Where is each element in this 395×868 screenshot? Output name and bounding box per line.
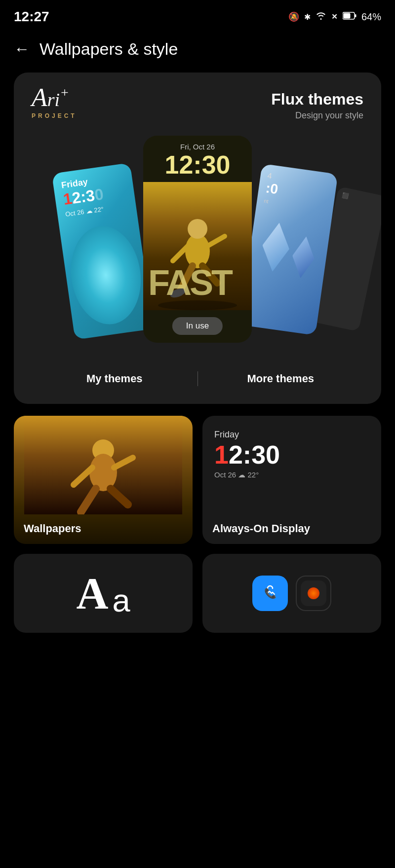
theme-carousel: Friday 12:30 Oct 26 ☁ 22° Fri, Oct 26 12… bbox=[14, 121, 381, 358]
close-icon: ✕ bbox=[331, 12, 338, 21]
status-time: 12:27 bbox=[14, 9, 49, 25]
wallpapers-runner-svg bbox=[14, 416, 193, 514]
back-button[interactable]: ← bbox=[14, 40, 30, 58]
more-themes-tab[interactable]: More themes bbox=[198, 367, 364, 390]
camera-app-icon bbox=[296, 576, 331, 611]
phone-app-icon: 📞 bbox=[252, 576, 288, 611]
art-logo: Ari+ PROJECT bbox=[32, 86, 77, 119]
aod-day: Friday bbox=[214, 430, 369, 440]
flux-themes-card: Ari+ PROJECT Flux themes Design your sty… bbox=[14, 72, 381, 404]
page-title: Wallpapers & style bbox=[40, 39, 178, 59]
flux-title-area: Flux themes Design your style bbox=[271, 86, 363, 121]
page-header: ← Wallpapers & style bbox=[0, 30, 395, 72]
art-script-text: Ari+ bbox=[32, 86, 69, 109]
center-card-date: Fri, Oct 26 bbox=[148, 143, 247, 151]
bottom-grid: Wallpapers Friday 12:30 Oct 26 ☁ 22° Alw… bbox=[0, 404, 395, 544]
wallpapers-label: Wallpapers bbox=[24, 522, 81, 535]
theme-card-left[interactable]: Friday 12:30 Oct 26 ☁ 22° bbox=[52, 163, 154, 340]
in-use-badge: In use bbox=[172, 317, 223, 335]
center-card-image: FAST bbox=[143, 182, 252, 310]
font-card[interactable]: A a bbox=[14, 554, 193, 633]
flux-card-top: Ari+ PROJECT Flux themes Design your sty… bbox=[14, 72, 381, 121]
wallpapers-preview bbox=[14, 416, 193, 514]
bottom-row-partial: A a 📞 bbox=[0, 544, 395, 633]
bluetooth-icon: ✱ bbox=[304, 12, 311, 22]
project-label: PROJECT bbox=[32, 112, 77, 119]
aod-time-rest: 2:30 bbox=[229, 440, 280, 469]
my-themes-tab[interactable]: My themes bbox=[32, 367, 198, 390]
right-card-content: 4 :0 nt bbox=[256, 164, 338, 220]
svg-text:📞: 📞 bbox=[264, 587, 276, 599]
font-preview: A a bbox=[66, 568, 140, 619]
svg-point-5 bbox=[188, 219, 207, 239]
aod-label: Always-On Display bbox=[212, 522, 310, 535]
mute-icon: 🔕 bbox=[288, 11, 299, 22]
aod-digit-red: 1 bbox=[214, 440, 229, 469]
aod-time: 12:30 bbox=[214, 442, 369, 468]
aod-date-weather: Oct 26 ☁ 22° bbox=[214, 470, 369, 479]
wifi-icon bbox=[316, 12, 326, 22]
aod-card[interactable]: Friday 12:30 Oct 26 ☁ 22° Always-On Disp… bbox=[202, 416, 381, 544]
apps-card[interactable]: 📞 bbox=[202, 554, 381, 633]
svg-rect-2 bbox=[343, 13, 350, 18]
center-card-time: 12:30 bbox=[148, 151, 247, 179]
camera-lens bbox=[308, 587, 319, 599]
wallpapers-card[interactable]: Wallpapers bbox=[14, 416, 193, 544]
diamond-shapes bbox=[247, 219, 330, 282]
battery-icon bbox=[343, 12, 356, 22]
flux-subtitle: Design your style bbox=[271, 110, 363, 121]
flux-tabs: My themes More themes bbox=[14, 358, 381, 404]
blue-blob-decoration bbox=[65, 221, 147, 329]
svg-line-9 bbox=[207, 236, 225, 246]
status-icons: 🔕 ✱ ✕ 64% bbox=[288, 11, 381, 23]
font-a-large: A bbox=[76, 568, 108, 619]
center-card-header: Fri, Oct 26 12:30 bbox=[143, 136, 252, 182]
font-a-small: a bbox=[112, 582, 130, 619]
svg-rect-1 bbox=[355, 14, 356, 17]
fast-text: FAST bbox=[148, 265, 231, 300]
left-card-content: Friday 12:30 Oct 26 ☁ 22° bbox=[52, 163, 138, 227]
flux-main-title: Flux themes bbox=[271, 90, 363, 108]
status-bar: 12:27 🔕 ✱ ✕ 64% bbox=[0, 0, 395, 30]
theme-card-center[interactable]: Fri, Oct 26 12:30 bbox=[143, 136, 252, 343]
battery-percent: 64% bbox=[361, 11, 381, 23]
